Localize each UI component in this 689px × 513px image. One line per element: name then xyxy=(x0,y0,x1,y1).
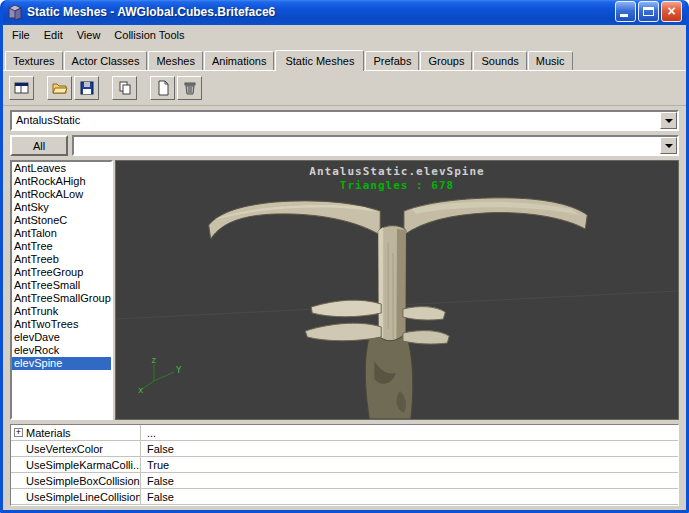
expand-icon[interactable]: + xyxy=(14,428,23,437)
package-combobox-value: AntalusStatic xyxy=(12,112,660,129)
menu-item[interactable]: View xyxy=(70,27,108,43)
mesh-list-item[interactable]: elevSpine xyxy=(12,357,111,370)
property-row[interactable]: UseSimpleKarmaColli... True xyxy=(11,457,678,473)
new-page-icon xyxy=(155,80,171,96)
menu-item[interactable]: File xyxy=(5,27,37,43)
copy-button[interactable] xyxy=(112,76,137,100)
property-row[interactable]: + Materials ... xyxy=(11,425,678,441)
dock-icon xyxy=(14,80,30,96)
tab[interactable]: Meshes xyxy=(148,51,203,70)
mesh-list-item[interactable]: AntTreeGroup xyxy=(12,266,111,279)
expand-icon[interactable] xyxy=(14,476,23,485)
filter-row: All xyxy=(10,135,679,156)
property-row[interactable]: UseSimpleBoxCollision False xyxy=(11,473,678,489)
chevron-down-icon xyxy=(665,119,673,127)
open-folder-icon xyxy=(52,80,68,96)
property-name-cell: UseSimpleBoxCollision xyxy=(11,473,141,488)
filter-combobox-dropdown[interactable] xyxy=(660,137,677,154)
filter-combobox[interactable] xyxy=(72,135,679,156)
mesh-list-item[interactable]: AntTreeb xyxy=(12,253,111,266)
mesh-list-item[interactable]: AntLeaves xyxy=(12,162,111,175)
property-row[interactable]: UseVertexColor False xyxy=(11,441,678,457)
axis-z-label: z xyxy=(151,355,156,365)
new-button[interactable] xyxy=(150,76,175,100)
tab[interactable]: Groups xyxy=(420,51,472,70)
property-name-cell: + Materials xyxy=(11,425,141,440)
trash-icon xyxy=(182,80,198,96)
menubar: FileEditViewCollision Tools xyxy=(3,25,686,45)
mesh-list-item[interactable]: AntTalon xyxy=(12,227,111,240)
mesh-list-item[interactable]: AntTreeSmallGroup xyxy=(12,292,111,305)
chevron-down-icon xyxy=(665,144,673,152)
mesh-list-item[interactable]: elevDave xyxy=(12,331,111,344)
property-name: Materials xyxy=(26,427,71,439)
browser-tabs: TexturesActor ClassesMeshesAnimationsSta… xyxy=(3,45,686,71)
dock-button[interactable] xyxy=(9,76,34,100)
maximize-icon xyxy=(643,7,654,16)
mesh-preview xyxy=(116,161,678,419)
package-combobox-dropdown[interactable] xyxy=(660,112,677,129)
tab[interactable]: Static Meshes xyxy=(275,50,364,71)
close-button[interactable]: × xyxy=(661,1,682,22)
toolbar xyxy=(3,71,686,106)
filter-combobox-value xyxy=(74,137,660,154)
tab[interactable]: Sounds xyxy=(473,51,526,70)
mesh-list[interactable]: AntLeavesAntRockAHighAntRockALowAntSkyAn… xyxy=(10,160,113,420)
maximize-button[interactable] xyxy=(638,1,659,22)
property-value[interactable]: ... xyxy=(141,427,156,439)
expand-icon[interactable] xyxy=(14,444,23,453)
window-controls: × xyxy=(615,1,682,22)
all-button[interactable]: All xyxy=(10,135,68,156)
property-value[interactable]: False xyxy=(141,475,174,487)
mesh-list-item[interactable]: AntTrunk xyxy=(12,305,111,318)
open-package-button[interactable] xyxy=(47,76,72,100)
expand-icon[interactable] xyxy=(14,492,23,501)
mesh-list-item[interactable]: elevRock xyxy=(12,344,111,357)
axis-x-label: x xyxy=(138,385,144,395)
property-value[interactable]: True xyxy=(141,459,169,471)
save-icon xyxy=(79,80,95,96)
copy-icon xyxy=(117,80,133,96)
mesh-list-item[interactable]: AntSky xyxy=(12,201,111,214)
app-icon xyxy=(7,4,23,20)
property-value[interactable]: False xyxy=(141,443,174,455)
minimize-icon xyxy=(620,14,628,17)
mesh-list-item[interactable]: AntRockALow xyxy=(12,188,111,201)
property-name: UseVertexColor xyxy=(26,443,103,455)
mesh-list-item[interactable]: AntTreeSmall xyxy=(12,279,111,292)
tab[interactable]: Animations xyxy=(204,51,274,70)
close-icon: × xyxy=(662,2,681,21)
axis-y-label: Y xyxy=(176,365,182,375)
property-name: UseSimpleLineCollision xyxy=(26,491,140,503)
save-package-button[interactable] xyxy=(74,76,99,100)
client-area: FileEditViewCollision Tools TexturesActo… xyxy=(3,25,686,510)
minimize-button[interactable] xyxy=(615,1,636,22)
tab[interactable]: Textures xyxy=(5,51,63,70)
axis-gizmo-icon: z Y x xyxy=(138,355,186,395)
delete-button[interactable] xyxy=(177,76,202,100)
menu-item[interactable]: Edit xyxy=(37,27,70,43)
property-name-cell: UseSimpleKarmaColli... xyxy=(11,457,141,472)
property-row[interactable]: UseSimpleLineCollision False xyxy=(11,489,678,505)
property-name: UseSimpleBoxCollision xyxy=(26,475,140,487)
app-window: Static Meshes - AWGlobal.Cubes.Briteface… xyxy=(0,0,689,513)
mesh-list-item[interactable]: AntTwoTrees xyxy=(12,318,111,331)
titlebar[interactable]: Static Meshes - AWGlobal.Cubes.Briteface… xyxy=(3,0,686,25)
mesh-list-item[interactable]: AntStoneC xyxy=(12,214,111,227)
property-value[interactable]: False xyxy=(141,491,174,503)
tab[interactable]: Actor Classes xyxy=(64,51,148,70)
mesh-list-item[interactable]: AntTree xyxy=(12,240,111,253)
property-grid: + Materials ... UseVertexColor False xyxy=(10,424,679,506)
viewport-mesh-name: AntalusStatic.elevSpine xyxy=(116,165,678,178)
package-row: AntalusStatic xyxy=(10,110,679,131)
tab[interactable]: Music xyxy=(528,51,573,70)
menu-item[interactable]: Collision Tools xyxy=(107,27,191,43)
tab[interactable]: Prefabs xyxy=(365,51,419,70)
package-combobox[interactable]: AntalusStatic xyxy=(10,110,679,131)
mesh-list-item[interactable]: AntRockAHigh xyxy=(12,175,111,188)
expand-icon[interactable] xyxy=(14,460,23,469)
window-title: Static Meshes - AWGlobal.Cubes.Briteface… xyxy=(27,5,615,19)
property-name-cell: UseSimpleLineCollision xyxy=(11,489,141,504)
mesh-viewport[interactable]: AntalusStatic.elevSpine Triangles : 678 … xyxy=(115,160,679,420)
property-name-cell: UseVertexColor xyxy=(11,441,141,456)
